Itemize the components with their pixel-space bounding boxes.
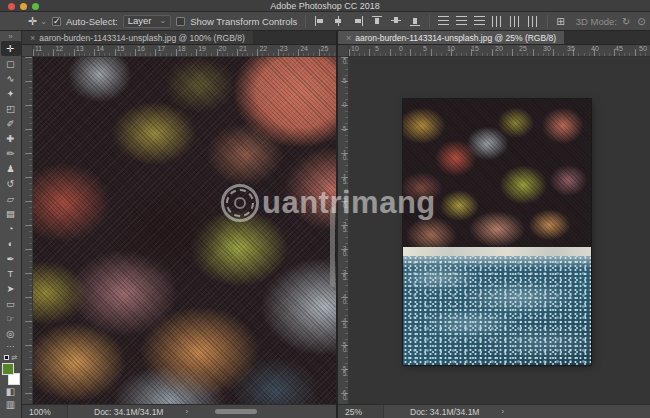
close-tab-icon[interactable]: × (30, 33, 35, 43)
document-tab-100[interactable]: × aaron-burden-1143314-unsplash.jpg @ 10… (22, 31, 253, 44)
status-chevron-icon[interactable]: › (185, 407, 188, 416)
distribute-top-edges-icon[interactable] (438, 16, 449, 27)
minimize-button[interactable] (20, 3, 27, 10)
align-horizontal-centers-icon[interactable] (333, 15, 345, 27)
dodge-tool[interactable]: ◐ (1, 236, 21, 251)
swap-colors-icon[interactable]: ⇄ (12, 354, 18, 361)
align-vertical-centers-icon[interactable] (390, 15, 402, 27)
ruler-label: 19 (198, 45, 206, 52)
ruler-row-right: 10505101520253035404550 (338, 45, 650, 57)
canvas-25[interactable] (349, 57, 650, 404)
zoom-level-value: 25% (345, 407, 362, 417)
ruler-label: 45 (338, 317, 348, 327)
ruler-label: 40 (338, 293, 348, 303)
eraser-tool[interactable]: ▱ (1, 191, 21, 206)
pen-tool[interactable]: ✒ (1, 251, 21, 266)
vertical-scrollbar[interactable] (330, 207, 335, 287)
distribute-bottom-edges-icon[interactable] (474, 16, 485, 27)
edit-toolbar-icon[interactable]: … (6, 341, 15, 351)
horizontal-ruler-left[interactable]: 11121314151617181920212223242526 (33, 45, 336, 56)
horizontal-ruler-right[interactable]: 10505101520253035404550 (349, 45, 650, 56)
path-selection-tool[interactable]: ➤ (1, 281, 21, 296)
distribute-vertical-centers-icon[interactable] (456, 16, 467, 27)
align-right-edges-icon[interactable] (352, 15, 364, 27)
crop-tool[interactable]: ◰ (1, 101, 21, 116)
foreground-color-swatch[interactable] (2, 363, 14, 375)
zoom-level-field[interactable]: 100% (22, 405, 68, 418)
document-tab-25[interactable]: × aaron-burden-1143314-unsplash.jpg @ 25… (338, 31, 564, 44)
workspace: » ✛▢∿✦◰✐✚✏♟↺▱▤◔◐✒T➤▭☞◎ … ⇄ ◧ ▥ × aaron-b… (0, 31, 650, 418)
quick-mask-icon[interactable]: ◧ (6, 385, 15, 398)
move-tool-icon[interactable]: ✛ (28, 16, 37, 27)
status-bar-left: 100% Doc: 34.1M/34.1M › (22, 404, 336, 418)
gradient-tool[interactable]: ▤ (1, 206, 21, 221)
ruler-label: 10 (447, 45, 455, 52)
ruler-label: 0 (399, 45, 403, 52)
ruler-label: 45 (615, 45, 623, 52)
ruler-label: 23 (280, 45, 288, 52)
distribute-horizontal-centers-icon[interactable] (510, 16, 521, 27)
align-top-edges-icon[interactable] (371, 15, 383, 27)
distribute-right-edges-icon[interactable] (528, 16, 539, 27)
quick-selection-tool[interactable]: ✦ (1, 86, 21, 101)
auto-select-checkbox[interactable] (52, 17, 61, 26)
3d-roll-icon[interactable]: ⊙ (637, 16, 645, 27)
document-pane-100: × aaron-burden-1143314-unsplash.jpg @ 10… (22, 31, 336, 418)
default-colors-icon[interactable] (4, 355, 9, 360)
document-image-100 (33, 57, 336, 404)
rectangular-marquee-tool[interactable]: ▢ (1, 56, 21, 71)
align-left-edges-icon[interactable] (314, 15, 326, 27)
ruler-corner[interactable] (338, 45, 349, 56)
history-brush-tool[interactable]: ↺ (1, 176, 21, 191)
ruler-label: 11 (35, 45, 42, 52)
brush-tool[interactable]: ✏ (1, 146, 21, 161)
vertical-ruler-right[interactable]: 105051015202530354045505560 (338, 57, 349, 404)
ruler-label: 20 (495, 45, 503, 52)
tool-preset-chevron-icon[interactable]: ⌄ (40, 17, 47, 26)
close-tab-icon[interactable]: × (346, 33, 351, 43)
status-chevron-icon[interactable]: › (501, 407, 504, 416)
eyedropper-tool[interactable]: ✐ (1, 116, 21, 131)
clone-stamp-tool[interactable]: ♟ (1, 161, 21, 176)
show-transform-checkbox[interactable] (176, 17, 185, 26)
distribute-spacing-icon[interactable]: ⊞ (556, 16, 564, 27)
tab-label: aaron-burden-1143314-unsplash.jpg @ 25% … (355, 33, 556, 43)
align-bottom-edges-icon[interactable] (409, 15, 421, 27)
color-utility-row: ⇄ (4, 353, 18, 361)
type-tool[interactable]: T (1, 266, 21, 281)
ruler-corner[interactable] (22, 45, 33, 56)
3d-mode-icons-group: ↻⊙✛↔◉ (622, 16, 650, 27)
blur-tool[interactable]: ◔ (1, 221, 21, 236)
ruler-label: 35 (567, 45, 575, 52)
screen-mode-icon[interactable]: ▥ (6, 398, 15, 411)
horizontal-scrollbar[interactable] (215, 409, 257, 414)
align-icons-group (314, 15, 421, 27)
ruler-label: 5 (338, 77, 348, 82)
ruler-label: 10 (338, 149, 348, 159)
rectangle-tool[interactable]: ▭ (1, 296, 21, 311)
zoom-level-value: 100% (29, 407, 51, 417)
document-body-left (22, 57, 336, 404)
vertical-ruler-left[interactable] (22, 57, 33, 404)
hand-tool[interactable]: ☞ (1, 311, 21, 326)
ruler-label: 15 (471, 45, 479, 52)
zoom-button[interactable] (32, 3, 39, 10)
spot-healing-brush-tool[interactable]: ✚ (1, 131, 21, 146)
auto-select-dropdown[interactable]: Layer ⌄ (123, 15, 171, 28)
toolbar-collapse-icon[interactable]: » (8, 32, 12, 41)
zoom-level-field[interactable]: 25% (338, 405, 384, 418)
options-bar: ✛ ⌄ Auto-Select: Layer ⌄ Show Transform … (0, 12, 650, 31)
ruler-label: 13 (76, 45, 84, 52)
canvas-100[interactable] (33, 57, 336, 404)
3d-orbit-icon[interactable]: ↻ (622, 16, 630, 27)
ruler-label: 10 (338, 57, 348, 63)
photoshop-window: Adobe Photoshop CC 2018 ✛ ⌄ Auto-Select:… (0, 0, 650, 418)
lasso-tool[interactable]: ∿ (1, 71, 21, 86)
title-bar: Adobe Photoshop CC 2018 (0, 0, 650, 12)
move-tool[interactable]: ✛ (1, 41, 21, 56)
close-button[interactable] (8, 3, 15, 10)
distribute-left-edges-icon[interactable] (492, 16, 503, 27)
ruler-label: 21 (239, 45, 247, 52)
ruler-label: 25 (519, 45, 527, 52)
ruler-label: 35 (338, 269, 348, 279)
